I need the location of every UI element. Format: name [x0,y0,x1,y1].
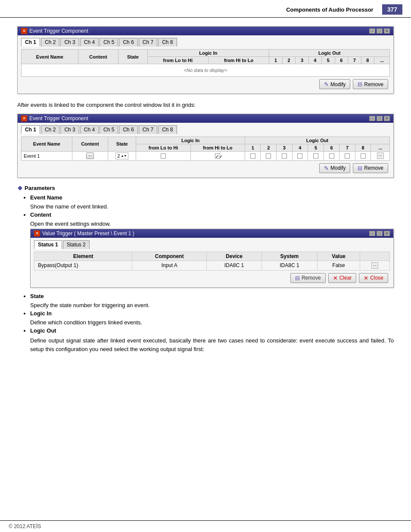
window-1-title: Event Trigger Component [29,28,88,34]
checkbox-lo-out-7[interactable] [345,153,350,159]
bullet-list-state: State [30,293,394,299]
th-hi-lo-1: from Hi to Lo [208,57,269,64]
spinner-arrows[interactable]: ▲▼ [121,154,127,157]
cell-logicin-lohi[interactable] [136,151,190,160]
cell-lo3[interactable] [277,151,293,160]
tab-ch6-w2[interactable]: Ch 6 [119,125,137,134]
vt-tab-status2[interactable]: Status 2 [63,240,90,249]
bullet-logicout-label: Logic Out [30,327,56,334]
checkbox-lo-out-5[interactable] [313,153,318,159]
vt-maximize[interactable]: □ [377,231,383,236]
bullet-list-logicin: Logic In [30,310,394,317]
checkbox-lo-out-6[interactable] [329,153,334,159]
remove-icon-2: ⊟ [358,165,362,171]
tab-ch4-w1[interactable]: Ch 4 [80,38,99,47]
vt-minimize[interactable]: – [369,231,375,236]
window-2-controls[interactable]: – □ ✕ [369,116,390,121]
checkbox-lo-out-1[interactable] [250,153,255,159]
tab-ch1-w2[interactable]: Ch 1 [21,125,40,134]
window-2-titlebar: ✕ Event Trigger Component – □ ✕ [18,114,393,123]
tab-ch5-w1[interactable]: Ch 5 [100,38,118,47]
tab-ch8-w2[interactable]: Ch 8 [158,125,177,134]
checkbox-hi-lo[interactable]: ✓ [215,153,220,159]
window-1-tabs[interactable]: Ch 1 Ch 2 Ch 3 Ch 4 Ch 5 Ch 6 Ch 7 Ch 8 [21,38,390,47]
tab-ch2-w2[interactable]: Ch 2 [41,125,59,134]
vt-remove-button[interactable]: ⊟ Remove [290,273,326,283]
remove-label-2: Remove [364,165,383,171]
cell-logicin-hilo[interactable]: ✓ [190,151,245,160]
cell-lo8[interactable] [355,151,371,160]
tab-ch6-w1[interactable]: Ch 6 [119,38,137,47]
tab-ch5-w2[interactable]: Ch 5 [100,125,118,134]
cell-lo4[interactable] [292,151,308,160]
th2-lo7: 7 [339,144,355,151]
parameters-label: Parameters [25,185,55,191]
th-lo1: 1 [269,57,282,64]
modify-button-1[interactable]: ✎ Modify [319,79,350,89]
content-ellipsis-btn[interactable]: ··· [86,152,94,159]
vt-clear-icon: ✕ [333,275,338,281]
vt-cell-action[interactable]: ··· [360,261,390,270]
th-lo6: 6 [335,57,348,64]
tab-ch7-w2[interactable]: Ch 7 [139,125,157,134]
vt-controls[interactable]: – □ ✕ [369,231,390,236]
remove-button-1[interactable]: ⊟ Remove [353,79,388,89]
vt-titlebar: ✕ Value Trigger ( Master Preset \ Event … [31,229,393,238]
modify-icon-1: ✎ [324,81,329,87]
bullet-logicout-desc: Define output signal state after linked … [30,336,394,355]
vt-tabs[interactable]: Status 1 Status 2 [34,240,390,249]
bullet-list-2: Content [30,212,394,218]
cell-lo5[interactable] [308,151,324,160]
window-1-body: Ch 1 Ch 2 Ch 3 Ch 4 Ch 5 Ch 6 Ch 7 Ch 8 … [18,35,393,93]
cell-lo1[interactable] [245,151,261,160]
cell-lo6[interactable] [324,151,339,160]
maximize-button[interactable]: □ [377,28,383,34]
checkbox-lo-out-3[interactable] [282,153,287,159]
close-button-2[interactable]: ✕ [384,116,390,121]
cell-lo7[interactable] [339,151,355,160]
vt-close-button[interactable]: ✕ Close [359,273,388,283]
bullet-state: State [30,293,394,299]
table-row: Event 1 ··· 2 ▲▼ [22,151,390,160]
header-title: Components of Audio Processor [286,6,373,13]
bullet-event-name-desc: Show the name of event linked. [30,203,394,210]
bullet-list-logicout: Logic Out [30,327,394,334]
vt-close[interactable]: ✕ [384,231,390,236]
tab-ch8-w1[interactable]: Ch 8 [158,38,177,47]
close-button[interactable]: ✕ [384,28,390,34]
tab-ch4-w2[interactable]: Ch 4 [80,125,99,134]
tab-ch1-w1[interactable]: Ch 1 [21,38,40,47]
tab-ch3-w2[interactable]: Ch 3 [60,125,79,134]
remove-button-2[interactable]: ⊟ Remove [353,163,388,173]
vt-clear-button[interactable]: ✕ Clear [328,273,357,283]
th-lo-hi-2: from Lo to Hi [136,144,190,151]
tab-ch7-w1[interactable]: Ch 7 [139,38,157,47]
cell-lo2[interactable] [261,151,277,160]
th-event-name-2: Event Name [22,137,72,151]
state-spinner[interactable]: 2 ▲▼ [115,152,128,159]
checkbox-lo-out-2[interactable] [266,153,271,159]
th-content-1: Content [78,50,118,64]
vt-th-value: Value [317,252,360,261]
tab-ch2-w1[interactable]: Ch 2 [41,38,59,47]
cell-lo-more[interactable]: ··· [371,151,390,160]
window-1-controls[interactable]: – □ ✕ [369,28,390,34]
checkbox-lo-hi[interactable] [161,153,166,159]
modify-button-2[interactable]: ✎ Modify [319,163,350,173]
logicout-more-btn[interactable]: ··· [377,152,384,159]
maximize-button-2[interactable]: □ [377,116,383,121]
minimize-button[interactable]: – [369,28,375,34]
vt-tab-status1[interactable]: Status 1 [34,240,62,249]
vt-ellipsis-btn[interactable]: ··· [371,262,378,269]
vt-th-component: Component [132,252,206,261]
window-2-tabs[interactable]: Ch 1 Ch 2 Ch 3 Ch 4 Ch 5 Ch 6 Ch 7 Ch 8 [21,125,390,134]
page-number: 377 [382,4,402,15]
th-lo-more: ... [374,57,390,64]
tab-ch3-w1[interactable]: Ch 3 [60,38,79,47]
checkbox-lo-out-4[interactable] [297,153,302,159]
th-lo7: 7 [348,57,361,64]
checkbox-lo-out-8[interactable] [361,153,366,159]
window-1-icon: ✕ [21,28,27,34]
minimize-button-2[interactable]: – [369,116,375,121]
copyright-text: © 2012 ATEÏS [9,523,41,529]
